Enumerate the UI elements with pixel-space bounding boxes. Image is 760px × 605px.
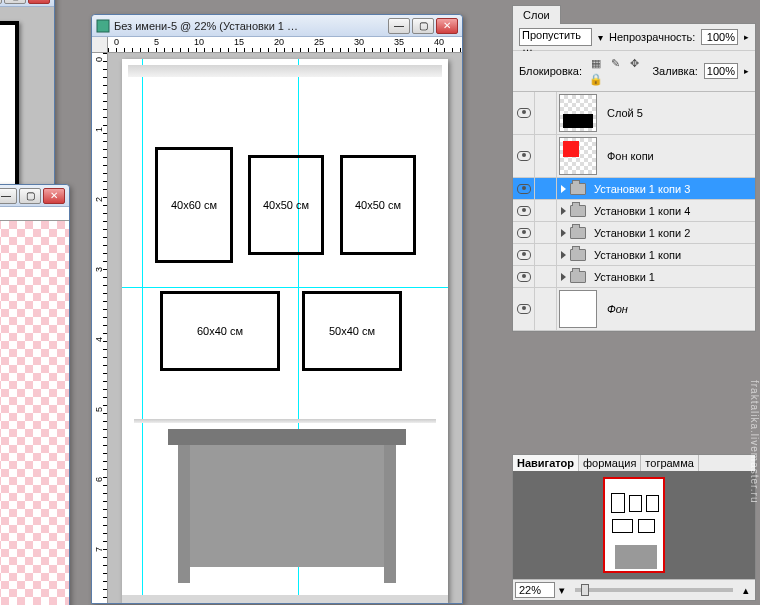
visibility-toggle[interactable] [513, 92, 535, 134]
maximize-button[interactable]: ▢ [4, 0, 26, 4]
layer-item[interactable]: Установки 1 [513, 266, 755, 288]
disclosure-triangle-icon[interactable] [561, 207, 566, 215]
maximize-button[interactable]: ▢ [412, 18, 434, 34]
panel-layers-group: Слои Пропустить … ▾ Непрозрачность: 100%… [512, 4, 756, 332]
minimize-button[interactable]: — [0, 0, 2, 4]
ruler-tick: 10 [194, 37, 204, 47]
titlebar-main[interactable]: Без имени-5 @ 22% (Установки 1 … — ▢ ✕ [92, 15, 462, 37]
layer-name[interactable]: Установки 1 копи 4 [590, 203, 755, 219]
layer-name[interactable]: Установки 1 [590, 269, 755, 285]
visibility-toggle[interactable] [513, 288, 535, 330]
disclosure-triangle-icon[interactable] [561, 185, 566, 193]
link-col [535, 200, 557, 221]
link-col [535, 266, 557, 287]
eye-icon [517, 151, 531, 161]
visibility-toggle[interactable] [513, 244, 535, 265]
guide-vertical[interactable] [142, 59, 143, 603]
table-leg [384, 445, 396, 583]
canvas-area[interactable]: 40x60 см 40x50 см 40x50 см 60x40 см 50x4… [108, 53, 462, 603]
opacity-input[interactable]: 100% [701, 29, 738, 45]
tab-navigator[interactable]: Навигатор [513, 455, 579, 471]
layer-name[interactable]: Слой 5 [603, 105, 755, 121]
lock-move-icon[interactable]: ✥ [626, 55, 642, 71]
close-button[interactable]: ✕ [28, 0, 50, 4]
ruler-horizontal[interactable]: 0510152025303540 [108, 37, 462, 53]
lock-paint-icon[interactable]: ✎ [607, 55, 623, 71]
ruler-tick: 30 [354, 37, 364, 47]
fill-label: Заливка: [652, 65, 697, 77]
ruler-tick: 6 [94, 477, 104, 482]
disclosure-triangle-icon[interactable] [561, 251, 566, 259]
layer-item[interactable]: Установки 1 копи [513, 244, 755, 266]
layer-item[interactable]: Установки 1 копи 2 [513, 222, 755, 244]
panel-tab-layers[interactable]: Слои [512, 5, 561, 24]
panel-blend-row: Пропустить … ▾ Непрозрачность: 100% ▸ [513, 24, 755, 50]
frame[interactable]: 40x50 см [340, 155, 416, 255]
ruler-tick: 5 [154, 37, 159, 47]
close-button[interactable]: ✕ [43, 188, 65, 204]
layer-item[interactable]: Установки 1 копи 4 [513, 200, 755, 222]
ruler-tick: 20 [274, 37, 284, 47]
link-col [535, 222, 557, 243]
visibility-toggle[interactable] [513, 266, 535, 287]
frame[interactable]: 40x60 см [155, 147, 233, 263]
zoom-bar: 22% ▾ ▴ [513, 579, 755, 600]
link-col [535, 244, 557, 265]
folder-icon [570, 249, 586, 261]
disclosure-triangle-icon[interactable] [561, 229, 566, 237]
minimize-button[interactable]: — [0, 188, 17, 204]
zoom-slider[interactable] [575, 588, 733, 592]
zoom-out-icon[interactable]: ▾ [555, 584, 569, 597]
titlebar-small-2[interactable]: — ▢ ✕ [0, 185, 69, 207]
frame-label: 60x40 см [197, 325, 243, 337]
ruler-tick: 1 [94, 127, 104, 132]
layer-name[interactable]: Фон копи [603, 148, 755, 164]
layer-item[interactable]: Установки 1 копи 3 [513, 178, 755, 200]
table-leg [178, 445, 190, 583]
floor [122, 595, 448, 603]
tab-histogram[interactable]: тограмма [641, 455, 699, 471]
eye-icon [517, 108, 531, 118]
close-button[interactable]: ✕ [436, 18, 458, 34]
frame[interactable]: 50x40 см [302, 291, 402, 371]
layer-name[interactable]: Установки 1 копи 3 [590, 181, 755, 197]
minimize-button[interactable]: — [388, 18, 410, 34]
disclosure-triangle-icon[interactable] [561, 273, 566, 281]
table-apron [190, 445, 384, 567]
visibility-toggle[interactable] [513, 135, 535, 177]
guide-horizontal[interactable] [122, 287, 448, 288]
ruler-tick: 15 [234, 37, 244, 47]
transparent-canvas[interactable] [0, 221, 69, 605]
navigator-preview[interactable] [513, 471, 755, 579]
eye-icon [517, 206, 531, 216]
tab-info[interactable]: формация [579, 455, 641, 471]
zoom-in-icon[interactable]: ▴ [739, 584, 753, 597]
visibility-toggle[interactable] [513, 200, 535, 221]
layer-item[interactable]: Слой 5 [513, 92, 755, 135]
layer-name[interactable]: Установки 1 копи 2 [590, 225, 755, 241]
page[interactable]: 40x60 см 40x50 см 40x50 см 60x40 см 50x4… [122, 59, 448, 603]
visibility-toggle[interactable] [513, 178, 535, 199]
table-top [168, 429, 406, 445]
blend-mode-select[interactable]: Пропустить … [519, 28, 592, 46]
visibility-toggle[interactable] [513, 222, 535, 243]
eye-icon [517, 184, 531, 194]
window-main: Без имени-5 @ 22% (Установки 1 … — ▢ ✕ 0… [91, 14, 463, 604]
frame[interactable]: 40x50 см [248, 155, 324, 255]
layer-item[interactable]: Фон [513, 288, 755, 331]
layer-thumbnail [559, 94, 597, 132]
table-shape [172, 429, 402, 589]
zoom-value[interactable]: 22% [515, 582, 555, 598]
lock-all-icon[interactable]: 🔒 [588, 71, 604, 87]
layer-item[interactable]: Фон копи [513, 135, 755, 178]
maximize-button[interactable]: ▢ [19, 188, 41, 204]
ruler-vertical[interactable]: 012345678 [92, 53, 108, 603]
layer-name[interactable]: Фон [603, 301, 755, 317]
watermark: fraktalika.livemaster.ru [749, 380, 760, 503]
layer-name[interactable]: Установки 1 копи [590, 247, 755, 263]
titlebar-small[interactable]: — ▢ ✕ [0, 0, 54, 7]
lock-transparency-icon[interactable]: ▦ [588, 55, 604, 71]
frame[interactable]: 60x40 см [160, 291, 280, 371]
ruler-tick: 40 [434, 37, 444, 47]
fill-input[interactable]: 100% [704, 63, 738, 79]
